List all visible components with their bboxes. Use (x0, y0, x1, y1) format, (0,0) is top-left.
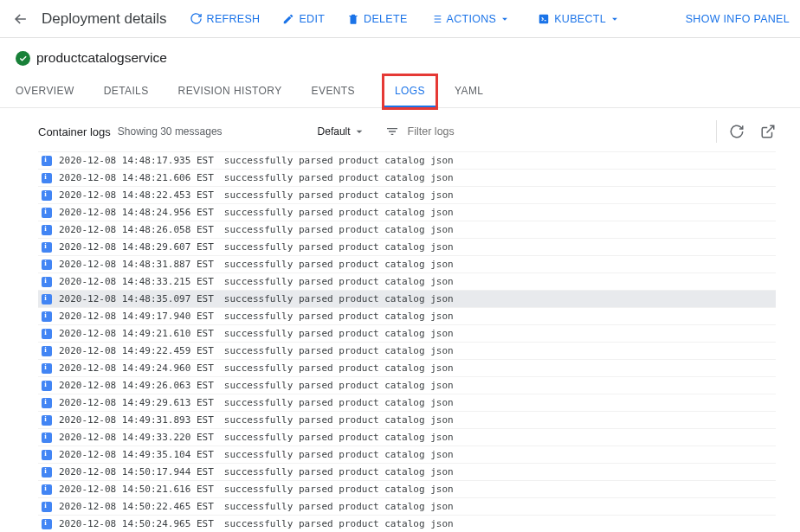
log-message: successfully parsed product catalog json (224, 380, 454, 391)
delete-label: DELETE (364, 13, 407, 25)
logs-header-icons (716, 120, 776, 143)
refresh-logs-icon[interactable] (729, 124, 745, 139)
log-level-info-icon (42, 329, 52, 339)
log-row[interactable]: 2020-12-08 14:48:35.097 ESTsuccessfully … (38, 290, 776, 307)
log-row[interactable]: 2020-12-08 14:49:22.459 ESTsuccessfully … (38, 342, 776, 359)
log-timestamp: 2020-12-08 14:49:35.104 EST (59, 449, 214, 460)
log-timestamp: 2020-12-08 14:48:17.935 EST (59, 155, 214, 166)
tab-details[interactable]: DETAILS (104, 76, 149, 107)
log-level-info-icon (42, 450, 52, 460)
kubectl-dropdown[interactable]: KUBECTL (529, 8, 634, 30)
log-level-info-icon (42, 484, 52, 495)
log-level-info-icon (42, 346, 52, 356)
log-row[interactable]: 2020-12-08 14:50:24.965 ESTsuccessfully … (38, 515, 776, 532)
log-row[interactable]: 2020-12-08 14:48:17.935 ESTsuccessfully … (38, 151, 776, 169)
edit-button[interactable]: EDIT (274, 8, 333, 30)
chevron-down-icon (352, 125, 366, 138)
log-row[interactable]: 2020-12-08 14:50:17.944 ESTsuccessfully … (38, 463, 776, 480)
tab-overview[interactable]: OVERVIEW (16, 76, 74, 107)
log-timestamp: 2020-12-08 14:49:29.613 EST (59, 397, 214, 408)
log-message: successfully parsed product catalog json (224, 224, 454, 235)
log-timestamp: 2020-12-08 14:48:24.956 EST (59, 207, 214, 218)
log-timestamp: 2020-12-08 14:49:22.459 EST (59, 345, 214, 356)
log-level-info-icon (42, 156, 52, 166)
log-message: successfully parsed product catalog json (224, 311, 454, 322)
log-message: successfully parsed product catalog json (224, 207, 454, 218)
delete-button[interactable]: DELETE (339, 8, 416, 30)
log-row[interactable]: 2020-12-08 14:49:26.063 ESTsuccessfully … (38, 376, 776, 394)
filter-input[interactable] (408, 125, 512, 138)
log-level-info-icon (42, 225, 52, 235)
log-row[interactable]: 2020-12-08 14:49:24.960 ESTsuccessfully … (38, 359, 776, 376)
log-timestamp: 2020-12-08 14:49:26.063 EST (59, 380, 214, 391)
log-message: successfully parsed product catalog json (224, 189, 454, 201)
log-timestamp: 2020-12-08 14:49:21.610 EST (59, 328, 214, 339)
log-level-info-icon (42, 208, 52, 218)
log-row[interactable]: 2020-12-08 14:48:26.058 ESTsuccessfully … (38, 221, 776, 238)
log-timestamp: 2020-12-08 14:48:31.887 EST (59, 259, 214, 270)
log-row[interactable]: 2020-12-08 14:49:31.893 ESTsuccessfully … (38, 411, 776, 428)
log-row[interactable]: 2020-12-08 14:49:33.220 ESTsuccessfully … (38, 428, 776, 445)
refresh-label: REFRESH (207, 13, 261, 25)
log-message: successfully parsed product catalog json (224, 484, 454, 495)
log-timestamp: 2020-12-08 14:49:31.893 EST (59, 414, 214, 426)
show-info-panel-button[interactable]: SHOW INFO PANEL (686, 13, 790, 25)
log-row[interactable]: 2020-12-08 14:48:21.606 ESTsuccessfully … (38, 169, 776, 186)
log-row[interactable]: 2020-12-08 14:49:17.940 ESTsuccessfully … (38, 307, 776, 324)
actions-dropdown[interactable]: ACTIONS (422, 8, 525, 30)
log-message: successfully parsed product catalog json (224, 345, 454, 356)
log-level-info-icon (42, 260, 52, 270)
tab-logs[interactable]: LOGS (384, 76, 435, 107)
log-message: successfully parsed product catalog json (224, 414, 454, 426)
log-row[interactable]: 2020-12-08 14:49:29.613 ESTsuccessfully … (38, 394, 776, 411)
log-level-info-icon (42, 502, 52, 512)
log-level-info-icon (42, 433, 52, 443)
logs-count: Showing 30 messages (118, 125, 223, 138)
log-timestamp: 2020-12-08 14:48:26.058 EST (59, 224, 214, 235)
tab-events[interactable]: EVENTS (312, 76, 355, 107)
log-message: successfully parsed product catalog json (224, 501, 454, 512)
log-row[interactable]: 2020-12-08 14:50:22.465 ESTsuccessfully … (38, 497, 776, 515)
log-row[interactable]: 2020-12-08 14:48:31.887 ESTsuccessfully … (38, 255, 776, 272)
chevron-down-icon (499, 13, 511, 25)
log-row[interactable]: 2020-12-08 14:50:21.616 ESTsuccessfully … (38, 480, 776, 497)
severity-dropdown[interactable]: Default (318, 125, 366, 138)
log-message: successfully parsed product catalog json (224, 155, 454, 166)
log-row[interactable]: 2020-12-08 14:49:35.104 ESTsuccessfully … (38, 445, 776, 463)
logs-title: Container logs (38, 125, 111, 138)
edit-label: EDIT (299, 13, 325, 25)
log-message: successfully parsed product catalog json (224, 432, 454, 443)
severity-label: Default (318, 125, 351, 138)
log-timestamp: 2020-12-08 14:48:29.607 EST (59, 241, 214, 253)
log-row[interactable]: 2020-12-08 14:48:29.607 ESTsuccessfully … (38, 238, 776, 255)
open-external-icon[interactable] (760, 124, 776, 139)
log-row[interactable]: 2020-12-08 14:48:22.453 ESTsuccessfully … (38, 186, 776, 203)
log-message: successfully parsed product catalog json (224, 466, 454, 478)
log-message: successfully parsed product catalog json (224, 259, 454, 270)
filter-icon[interactable] (385, 125, 399, 138)
log-timestamp: 2020-12-08 14:48:33.215 EST (59, 276, 214, 287)
log-level-info-icon (42, 311, 52, 322)
tab-yaml[interactable]: YAML (455, 76, 483, 107)
log-message: successfully parsed product catalog json (224, 241, 454, 253)
log-message: successfully parsed product catalog json (224, 518, 454, 529)
log-timestamp: 2020-12-08 14:49:17.940 EST (59, 311, 214, 322)
back-arrow-icon[interactable] (10, 9, 31, 29)
deployment-name-row: productcatalogservice (0, 38, 800, 69)
log-timestamp: 2020-12-08 14:50:22.465 EST (59, 501, 214, 512)
log-row[interactable]: 2020-12-08 14:48:24.956 ESTsuccessfully … (38, 203, 776, 221)
log-row[interactable]: 2020-12-08 14:48:33.215 ESTsuccessfully … (38, 272, 776, 290)
log-timestamp: 2020-12-08 14:50:24.965 EST (59, 518, 214, 529)
refresh-button[interactable]: REFRESH (181, 7, 269, 30)
log-level-info-icon (42, 381, 52, 391)
log-level-info-icon (42, 519, 52, 529)
tab-revision-history[interactable]: REVISION HISTORY (178, 76, 282, 107)
log-message: successfully parsed product catalog json (224, 449, 454, 460)
log-level-info-icon (42, 363, 52, 374)
status-ok-icon (16, 51, 30, 66)
logs-header: Container logs Showing 30 messages Defau… (0, 108, 800, 151)
log-row[interactable]: 2020-12-08 14:49:21.610 ESTsuccessfully … (38, 324, 776, 342)
page-title: Deployment details (42, 10, 167, 28)
log-message: successfully parsed product catalog json (224, 328, 454, 339)
chevron-down-icon (609, 13, 621, 25)
